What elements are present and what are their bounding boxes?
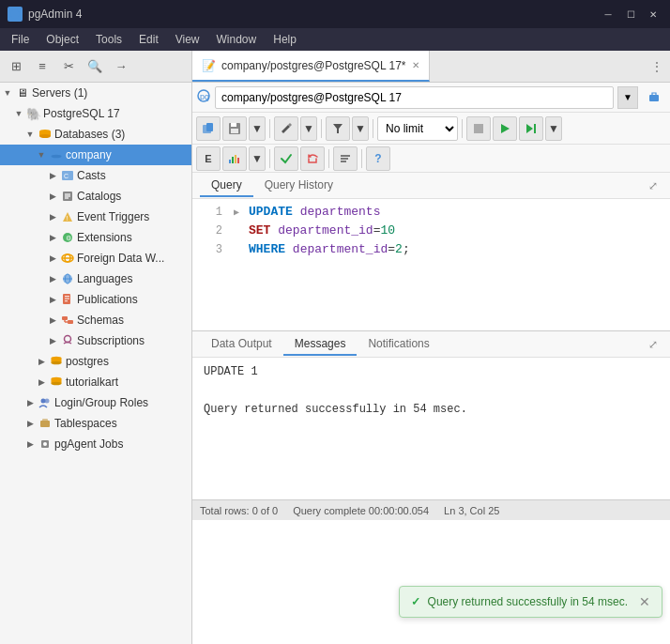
- format-button[interactable]: [333, 146, 358, 171]
- sidebar-grid-button[interactable]: ⊞: [4, 54, 28, 79]
- expand-results-button[interactable]: ⤢: [644, 335, 662, 354]
- tree-item-schemas[interactable]: ▶ Schemas: [0, 310, 191, 330]
- query-tab-close[interactable]: ✕: [412, 60, 419, 70]
- save-file-button[interactable]: [222, 116, 247, 141]
- sidebar-list-button[interactable]: ≡: [30, 54, 54, 79]
- connection-input[interactable]: [215, 86, 614, 109]
- explain-button[interactable]: E: [196, 146, 221, 171]
- connection-dropdown-button[interactable]: ▼: [617, 86, 638, 109]
- tree-item-subscriptions[interactable]: ▶ Subscriptions: [0, 330, 191, 351]
- tab-data-output[interactable]: Data Output: [200, 333, 283, 356]
- tree-item-databases[interactable]: ▼ Databases (3): [0, 124, 191, 145]
- menu-help[interactable]: Help: [266, 31, 304, 48]
- menu-view[interactable]: View: [168, 31, 207, 48]
- help-button[interactable]: ?: [366, 146, 390, 171]
- svg-text:C: C: [64, 173, 69, 179]
- minimize-button[interactable]: ─: [599, 5, 617, 23]
- casts-label: Casts: [77, 169, 188, 182]
- tree-item-catalogs[interactable]: ▶ Catalogs: [0, 186, 191, 207]
- toggle-jobs[interactable]: ▶: [24, 438, 36, 450]
- toggle-schemas[interactable]: ▶: [47, 314, 58, 326]
- run-button[interactable]: [493, 116, 517, 141]
- title-bar: pgAdmin 4 ─ ☐ ✕: [0, 0, 670, 28]
- toggle-subscriptions[interactable]: ▶: [47, 335, 58, 346]
- tree-item-servers[interactable]: ▼ 🖥 Servers (1): [0, 83, 191, 103]
- query-editor-tabs: Query Query History ⤢: [192, 173, 670, 199]
- commit-button[interactable]: [274, 146, 298, 171]
- connection-icon: pg: [196, 88, 211, 106]
- code-editor[interactable]: 1 ▶ UPDATE departments 2 SET department_…: [192, 199, 670, 330]
- sidebar-search-button[interactable]: 🔍: [83, 54, 107, 79]
- sidebar-expand-button[interactable]: →: [109, 54, 133, 79]
- save-dropdown-button[interactable]: ▼: [249, 116, 266, 141]
- svg-rect-53: [474, 124, 483, 133]
- sidebar-toolbar: ⊞ ≡ ✂ 🔍 →: [0, 51, 191, 83]
- tab-messages[interactable]: Messages: [283, 333, 358, 356]
- menu-object[interactable]: Object: [38, 31, 86, 48]
- toggle-event-triggers[interactable]: ▶: [47, 211, 58, 222]
- tab-query[interactable]: Query: [200, 175, 253, 197]
- menu-file[interactable]: File: [4, 31, 37, 48]
- toggle-pg17[interactable]: ▼: [13, 108, 24, 119]
- menu-window[interactable]: Window: [209, 31, 265, 48]
- sidebar-cut-button[interactable]: ✂: [56, 54, 81, 79]
- sidebar-tree[interactable]: ▼ 🖥 Servers (1) ▼ 🐘 PostgreSQL 17 ▼ Data…: [0, 83, 191, 644]
- toggle-languages[interactable]: ▶: [47, 273, 58, 284]
- tree-item-tutorialkart[interactable]: ▶ tutorialkart: [0, 372, 191, 392]
- toggle-databases[interactable]: ▼: [24, 129, 36, 140]
- tree-item-event-triggers[interactable]: ▶ ! Event Triggers: [0, 207, 191, 227]
- toggle-tutorialkart[interactable]: ▶: [36, 376, 47, 388]
- explain-dropdown-button[interactable]: ▼: [249, 146, 266, 171]
- tutorialkart-icon: [49, 375, 64, 390]
- equals-1: =: [373, 223, 381, 238]
- tree-item-languages[interactable]: ▶ Languages: [0, 268, 191, 289]
- tree-item-foreign-data[interactable]: ▶ Foreign Data W...: [0, 248, 191, 268]
- tree-item-roles[interactable]: ▶ Login/Group Roles: [0, 392, 191, 413]
- separator-6: [328, 149, 329, 168]
- edit-button[interactable]: [274, 116, 298, 141]
- toggle-company[interactable]: ▼: [36, 149, 47, 161]
- toggle-casts[interactable]: ▶: [47, 170, 58, 181]
- toggle-catalogs[interactable]: ▶: [47, 191, 58, 202]
- explain-analyze-button[interactable]: [222, 146, 247, 171]
- filter-button[interactable]: [326, 116, 350, 141]
- toggle-extensions[interactable]: ▶: [47, 232, 58, 243]
- toggle-publications[interactable]: ▶: [47, 294, 58, 305]
- rollback-button[interactable]: [300, 146, 325, 171]
- close-button[interactable]: ✕: [644, 5, 662, 23]
- toggle-servers[interactable]: ▼: [2, 87, 13, 99]
- toggle-tablespaces[interactable]: ▶: [24, 418, 36, 429]
- run-step-button[interactable]: [519, 116, 543, 141]
- toast-close-button[interactable]: ✕: [639, 594, 650, 609]
- line-number-3: 3: [200, 243, 222, 256]
- menu-edit[interactable]: Edit: [131, 31, 166, 48]
- connection-action-button[interactable]: [642, 85, 666, 110]
- menu-tools[interactable]: Tools: [88, 31, 129, 48]
- toggle-postgres[interactable]: ▶: [36, 356, 47, 367]
- tree-item-jobs[interactable]: ▶ pgAgent Jobs: [0, 434, 191, 454]
- tree-item-postgres[interactable]: ▶ postgres: [0, 351, 191, 372]
- edit-dropdown-button[interactable]: ▼: [300, 116, 317, 141]
- tab-more-button[interactable]: ⋮: [644, 51, 670, 82]
- message-line-3: Query returned successfully in 54 msec.: [204, 403, 659, 416]
- tree-item-company[interactable]: ▼ company: [0, 145, 191, 165]
- tree-item-extensions[interactable]: ▶ ⚙ Extensions: [0, 227, 191, 248]
- maximize-button[interactable]: ☐: [621, 5, 640, 23]
- filter-dropdown-button[interactable]: ▼: [352, 116, 369, 141]
- tree-item-tablespaces[interactable]: ▶ Tablespaces: [0, 413, 191, 434]
- run-dropdown-button[interactable]: ▼: [545, 116, 562, 141]
- query-tab[interactable]: 📝 company/postgres@PostgreSQL 17* ✕: [192, 51, 430, 82]
- tree-item-casts[interactable]: ▶ C Casts: [0, 165, 191, 186]
- stop-button[interactable]: [466, 116, 491, 141]
- tab-query-history[interactable]: Query History: [253, 175, 344, 197]
- tab-notifications[interactable]: Notifications: [357, 333, 440, 356]
- svg-text:!: !: [67, 215, 69, 222]
- toggle-roles[interactable]: ▶: [24, 397, 36, 408]
- expand-editor-button[interactable]: ⤢: [644, 176, 662, 195]
- tree-item-postgresql17[interactable]: ▼ 🐘 PostgreSQL 17: [0, 103, 191, 124]
- extensions-icon: ⚙: [60, 230, 75, 245]
- limit-select[interactable]: No limit 100 rows 500 rows 1000 rows: [377, 116, 458, 141]
- toggle-foreign-data[interactable]: ▶: [47, 253, 58, 264]
- open-file-button[interactable]: [196, 116, 221, 141]
- tree-item-publications[interactable]: ▶ Publications: [0, 289, 191, 310]
